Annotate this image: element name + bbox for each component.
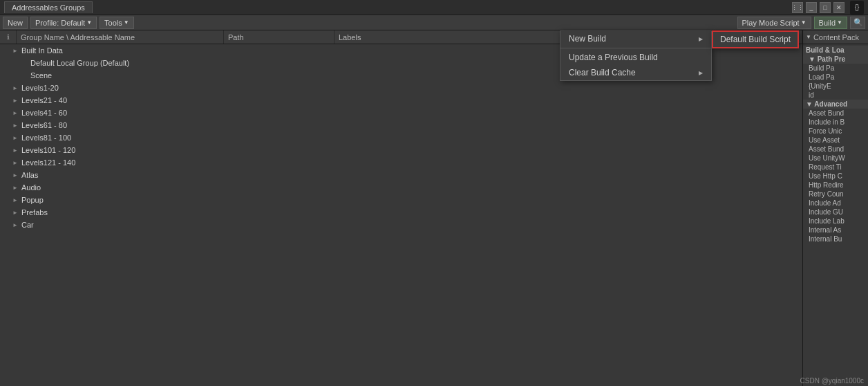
right-panel-item: Load Pa	[803, 73, 868, 82]
right-panel-item: Include in B	[803, 118, 868, 127]
info-col-header: ℹ	[0, 30, 17, 44]
tree-item-levels121-140[interactable]: ►Levels121 - 140	[0, 156, 802, 169]
tree-item-label: Default Local Group (Default)	[30, 59, 129, 67]
expand-arrow-icon: ►	[11, 109, 19, 117]
tree-item-label: Levels1-20	[21, 84, 59, 92]
left-panel: ℹ Group Name \ Addressable Name Path Lab…	[0, 30, 802, 386]
right-panel: ▼ Content Pack Build & Loa▼ Path PreBuil…	[802, 30, 868, 386]
window-controls: ⋮⋮ _ □ ✕ {}	[792, 1, 864, 15]
expand-arrow-icon: ►	[11, 46, 19, 55]
minimize-btn[interactable]: _	[806, 2, 817, 13]
tools-button[interactable]: Tools ▼	[100, 17, 134, 29]
tree-item-label: Scene	[30, 71, 52, 80]
menu-icon-btn[interactable]: ⋮⋮	[792, 2, 803, 13]
tree-item-label: Levels41 - 60	[21, 109, 67, 117]
right-panel-section-header: ▼ Advanced	[803, 100, 868, 109]
tree-item-popup[interactable]: ►Popup	[0, 194, 802, 206]
tree-item-levels101-120[interactable]: ►Levels101 - 120	[0, 144, 802, 156]
maximize-btn[interactable]: □	[820, 2, 831, 13]
expand-arrow-icon: ►	[11, 196, 19, 204]
right-panel-item: Use UnityW	[803, 154, 868, 163]
tree-item-label: Prefabs	[21, 208, 48, 217]
tools-label: Tools	[104, 19, 122, 27]
group-name-col-header: Group Name \ Addressable Name	[17, 30, 224, 44]
profile-button[interactable]: Profile: Default ▼	[30, 17, 97, 29]
build-menu-item-clear-build-cache[interactable]: Clear Build Cache▶	[560, 65, 711, 80]
expand-arrow-icon: ►	[11, 208, 19, 217]
tree-item-levels61-80[interactable]: ►Levels61 - 80	[0, 119, 802, 131]
right-panel-section-subheader: ▼ Path Pre	[803, 55, 868, 64]
submenu-arrow-icon: ▶	[699, 36, 703, 42]
build-menu-item-update-previous[interactable]: Update a Previous Build	[560, 50, 711, 65]
tree-item-atlas[interactable]: ►Atlas	[0, 169, 802, 181]
right-panel-item: Request Ti	[803, 163, 868, 172]
right-panel-item: Http Redire	[803, 181, 868, 190]
unity-logo-icon: {}	[850, 1, 864, 15]
right-panel-item: Build Pa	[803, 64, 868, 73]
menu-item-label: New Build	[569, 34, 606, 44]
right-panel-section-header: Build & Loa	[803, 46, 868, 55]
right-panel-item: Internal Bu	[803, 235, 868, 243]
tree-item-label: Levels101 - 120	[21, 146, 75, 154]
tree-item-levels1-20[interactable]: ►Levels1-20	[0, 82, 802, 94]
tree-item-label: Popup	[21, 196, 44, 204]
triangle-right-icon: ▼	[806, 34, 811, 40]
tree-item-prefabs[interactable]: ►Prefabs	[0, 206, 802, 219]
tree-item-levels21-40[interactable]: ►Levels21 - 40	[0, 94, 802, 107]
tree-item-label: Built In Data	[21, 46, 63, 55]
tree-item-label: Levels81 - 100	[21, 134, 71, 142]
info-icon: ℹ	[7, 33, 10, 41]
play-mode-label: Play Mode Script	[742, 19, 800, 27]
tree-item-label: Levels121 - 140	[21, 158, 75, 167]
watermark: CSDN @yqian1000c	[800, 377, 864, 385]
tools-dropdown-icon: ▼	[124, 19, 129, 26]
search-button[interactable]: 🔍	[850, 17, 865, 29]
tree-item-audio[interactable]: ►Audio	[0, 181, 802, 194]
right-panel-content: Build & Loa▼ Path PreBuild PaLoad Pa{Uni…	[803, 44, 868, 386]
build-dropdown-icon: ▼	[837, 19, 842, 26]
default-build-script-label[interactable]: Default Build Script	[720, 35, 791, 44]
tree-item-label: Levels21 - 40	[21, 96, 67, 104]
tree-content: ►Built In DataDefault Local Group (Defau…	[0, 44, 802, 386]
play-mode-script-button[interactable]: Play Mode Script ▼	[737, 17, 811, 29]
default-build-script-panel: Default Build Script	[712, 30, 799, 48]
profile-label: Profile: Default	[35, 19, 85, 27]
expand-arrow-icon: ►	[11, 84, 19, 92]
expand-arrow-icon: ►	[11, 134, 19, 142]
expand-arrow-icon: ►	[11, 121, 19, 129]
tree-item-car[interactable]: ►Car	[0, 219, 802, 231]
build-dropdown: New Build▶Update a Previous BuildClear B…	[560, 30, 712, 81]
right-panel-item: {UnityE	[803, 82, 868, 91]
close-btn[interactable]: ✕	[833, 2, 845, 13]
main-layout: ℹ Group Name \ Addressable Name Path Lab…	[0, 30, 868, 386]
toolbar: New Profile: Default ▼ Tools ▼ Play Mode…	[0, 15, 868, 30]
right-panel-item: id	[803, 91, 868, 100]
new-button[interactable]: New	[3, 17, 28, 29]
play-mode-dropdown-icon: ▼	[801, 19, 806, 26]
expand-arrow-icon: ►	[11, 171, 19, 179]
path-col-header: Path	[224, 30, 334, 44]
right-panel-item: Retry Coun	[803, 190, 868, 199]
title-bar: Addressables Groups ⋮⋮ _ □ ✕ {}	[0, 0, 868, 15]
tree-item-label: Levels61 - 80	[21, 121, 67, 129]
right-panel-item: Include Lab	[803, 217, 868, 226]
watermark-text: CSDN @yqian1000c	[800, 377, 864, 385]
submenu-arrow-icon: ▶	[699, 70, 703, 76]
right-panel-item: Asset Bund	[803, 109, 868, 118]
profile-dropdown-icon: ▼	[86, 19, 92, 26]
right-panel-item: Use Asset	[803, 136, 868, 145]
tree-item-label: Car	[21, 221, 34, 229]
menu-separator	[560, 48, 711, 48]
right-panel-item: Asset Bund	[803, 145, 868, 154]
tree-item-label: Audio	[21, 183, 41, 192]
tree-item-levels41-60[interactable]: ►Levels41 - 60	[0, 107, 802, 119]
expand-arrow-icon: ►	[11, 183, 19, 192]
window-tab[interactable]: Addressables Groups	[4, 1, 93, 13]
build-dropdown-overlay: New Build▶Update a Previous BuildClear B…	[560, 30, 712, 81]
tree-item-label: Atlas	[21, 171, 38, 179]
right-panel-item: Include GU	[803, 208, 868, 217]
expand-arrow-icon: ►	[11, 146, 19, 154]
tree-item-levels81-100[interactable]: ►Levels81 - 100	[0, 131, 802, 144]
build-menu-item-new-build[interactable]: New Build▶	[560, 31, 711, 46]
build-button[interactable]: Build ▼	[814, 17, 847, 29]
